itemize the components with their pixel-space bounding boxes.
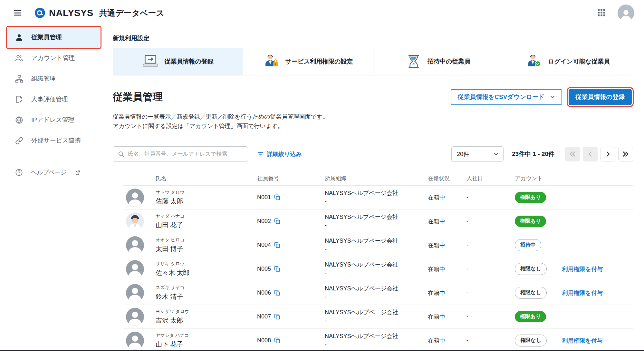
sidebar-item-organization[interactable]: 組織管理 [7, 68, 100, 89]
employee-org: NALYSYSヘルプページ会社 [325, 214, 428, 221]
onboarding-card-register-employee-info[interactable]: 従業員情報の登録 [113, 48, 243, 75]
employee-org-note: - [325, 222, 428, 229]
page-size-select[interactable]: 20件 [451, 146, 504, 162]
account-badge: 権限なし [515, 335, 547, 346]
copy-icon[interactable] [274, 194, 281, 201]
employee-kana: ササキ タロウ [156, 261, 257, 267]
link-icon [15, 136, 24, 145]
pagination-next-button[interactable] [601, 147, 615, 161]
app-window: NALYSYS 共通データベース 従業員管理アカウント管理組織管理人事評価管理I… [0, 0, 644, 351]
employee-org: NALYSYSヘルプページ会社 [325, 285, 428, 292]
search-box [113, 146, 248, 162]
sidebar-item-external-services[interactable]: 外部サービス連携 [7, 130, 100, 151]
onboarding-card-inviting-employees[interactable]: 招待中の従業員 [373, 48, 503, 75]
pagination-first-button[interactable] [565, 147, 580, 161]
employee-avatar [126, 308, 144, 326]
employee-number: N005 [257, 266, 271, 272]
column-header: 氏名 [156, 175, 257, 182]
employee-row: オオタ ヒロコ太田 博子N004NALYSYSヘルプページ会社-在籍中-招待中 [123, 233, 633, 257]
user-avatar[interactable] [618, 5, 634, 21]
doc-edit-icon [15, 95, 24, 104]
globe-icon [15, 116, 24, 124]
sidebar-item-employees[interactable]: 従業員管理 [7, 27, 100, 48]
sidebar-item-hr-evaluation[interactable]: 人事評価管理 [7, 89, 100, 110]
employee-number: N007 [257, 313, 271, 320]
employee-row: ヨシザワ タロウ吉沢 太郎N007NALYSYSヘルプページ会社-在籍中-権限あ… [123, 305, 633, 329]
chevron-down-icon [493, 151, 499, 157]
employee-hire-date: - [466, 337, 515, 344]
hamburger-menu-button[interactable] [11, 6, 24, 20]
onboarding-card-login-ready-employees[interactable]: ログイン可能な従業員 [503, 48, 633, 75]
employee-kana: ヤマシタ ハナコ [156, 333, 257, 338]
apps-grid-button[interactable] [595, 6, 608, 19]
page-size-value: 20件 [457, 150, 469, 158]
employee-org-note: - [325, 246, 428, 253]
employee-avatar [126, 260, 144, 278]
onboarding-card-service-permission-setting[interactable]: サービス利用権限の設定 [243, 48, 373, 75]
account-badge: 権限あり [515, 311, 546, 322]
detail-filter-button[interactable]: 詳細絞り込み [257, 150, 302, 158]
laptop-icon [142, 54, 159, 70]
onboarding-card-label: サービス利用権限の設定 [285, 57, 353, 66]
double-chevron-right-icon [621, 150, 630, 158]
pagination-info: 23件中 1 - 20件 [512, 150, 554, 158]
brand-logo-icon [34, 7, 46, 19]
page-description-line-1: 従業員情報の一覧表示／新規登録／更新／削除を行うための従業員管理画面です。 [113, 113, 328, 120]
employee-status: 在籍中 [428, 241, 466, 249]
employee-avatar [126, 332, 144, 350]
product-name: 共通データベース [99, 8, 164, 18]
employee-kana: オオタ ヒロコ [156, 237, 257, 243]
employee-kana: スズキ サヤコ [156, 285, 257, 291]
employee-hire-date: - [466, 289, 515, 296]
column-header: 所属組織 [325, 175, 428, 182]
sidebar-item-help-page[interactable]: ヘルプページ [7, 163, 100, 181]
employee-number: N001 [257, 194, 271, 201]
grant-permission-link[interactable]: 利用権限を付与 [562, 265, 603, 273]
page-head: 従業員管理 従業員情報をCSVダウンロード 従業員情報の登録 [113, 89, 633, 105]
sidebar: 従業員管理アカウント管理組織管理人事評価管理IPアドレス管理外部サービス連携 ヘ… [0, 26, 103, 351]
employee-org-note: - [325, 198, 428, 205]
grant-permission-link[interactable]: 利用権限を付与 [562, 337, 603, 345]
employee-status: 在籍中 [428, 313, 466, 321]
detail-filter-label: 詳細絞り込み [267, 150, 302, 158]
sidebar-nav: 従業員管理アカウント管理組織管理人事評価管理IPアドレス管理外部サービス連携 [0, 27, 103, 151]
copy-icon[interactable] [274, 218, 281, 225]
person-lock-icon [263, 54, 279, 70]
sidebar-item-label: 外部サービス連携 [31, 136, 81, 145]
search-input[interactable] [128, 151, 243, 157]
sidebar-divider [7, 157, 94, 157]
employee-status: 在籍中 [428, 218, 466, 225]
grant-permission-link[interactable]: 利用権限を付与 [562, 289, 603, 297]
employee-kana: ヨシザワ タロウ [156, 309, 257, 315]
sidebar-item-ip-address[interactable]: IPアドレス管理 [7, 110, 100, 130]
employee-hire-date: - [466, 313, 515, 320]
onboarding-card-label: 従業員情報の登録 [164, 57, 213, 66]
employee-org-note: - [325, 294, 428, 301]
copy-icon[interactable] [274, 289, 281, 296]
help-page-label: ヘルプページ [31, 169, 66, 176]
copy-icon[interactable] [274, 242, 281, 249]
pagination-last-button[interactable] [618, 147, 633, 161]
help-icon [15, 168, 23, 177]
people-icon [15, 54, 24, 63]
csv-download-button[interactable]: 従業員情報をCSVダウンロード [451, 89, 562, 105]
sidebar-item-accounts[interactable]: アカウント管理 [7, 48, 100, 68]
employee-org-note: - [325, 317, 428, 325]
employee-row: スズキ サヤコ鈴木 清子N006NALYSYSヘルプページ会社-在籍中-権限なし… [123, 281, 633, 305]
employee-avatar [126, 189, 144, 207]
sidebar-item-label: 従業員管理 [31, 33, 62, 42]
copy-icon[interactable] [274, 313, 281, 320]
account-badge: 権限なし [515, 263, 547, 275]
employee-avatar [126, 284, 144, 302]
copy-icon[interactable] [274, 266, 281, 272]
hamburger-icon [13, 8, 23, 18]
copy-icon[interactable] [274, 337, 281, 344]
employee-org-note: - [325, 270, 428, 277]
person-icon [15, 33, 24, 42]
register-employee-button[interactable]: 従業員情報の登録 [569, 89, 632, 105]
employee-org: NALYSYSヘルプページ会社 [325, 309, 428, 316]
pagination-prev-button[interactable] [583, 147, 598, 161]
sidebar-item-label: IPアドレス管理 [31, 116, 74, 124]
chevron-left-icon [586, 150, 594, 158]
employee-org: NALYSYSヘルプページ会社 [325, 190, 428, 197]
